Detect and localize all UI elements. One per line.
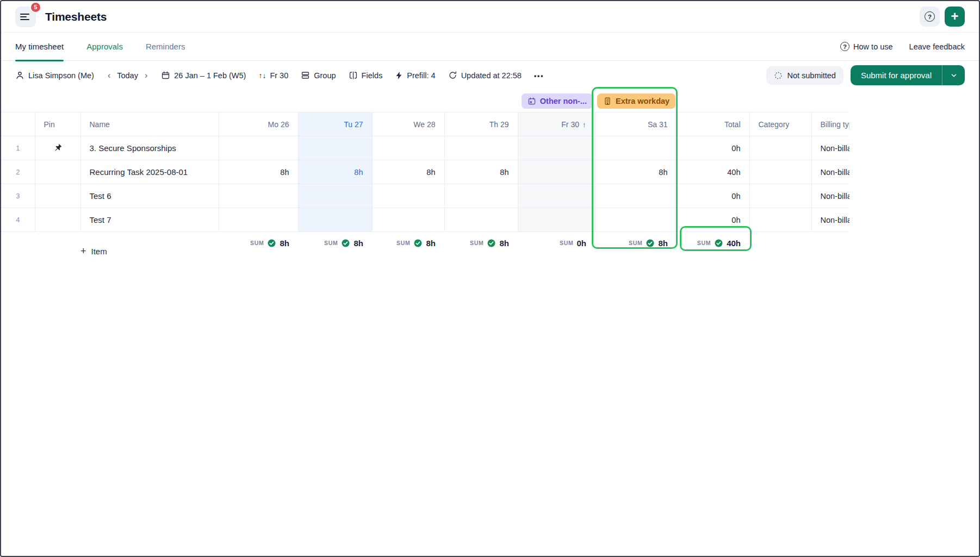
calendar-icon — [161, 71, 170, 80]
question-icon — [925, 11, 935, 22]
hours-cell-we[interactable] — [372, 136, 444, 160]
fields-control[interactable]: Fields — [349, 71, 383, 80]
billing-type-cell[interactable]: Non-billable — [811, 136, 849, 160]
help-button[interactable] — [920, 7, 940, 27]
chevron-down-icon — [950, 72, 958, 79]
user-selector[interactable]: Lisa Simpson (Me) — [15, 71, 94, 80]
date-range-label: 26 Jan – 1 Feb (W5) — [174, 71, 246, 80]
hours-cell-tu[interactable] — [298, 136, 372, 160]
hours-cell-fr[interactable] — [518, 136, 595, 160]
pin-column-header[interactable]: Pin — [35, 112, 80, 136]
hours-cell-tu[interactable] — [298, 208, 372, 232]
timesheets-window: 5 Timesheets My timesheet Approvals Remi… — [0, 0, 980, 557]
table-row: 4 Test 7 0h Non-billable — [1, 208, 849, 232]
category-cell[interactable] — [749, 184, 811, 208]
hours-cell-mo[interactable] — [219, 208, 298, 232]
prev-week-button[interactable] — [107, 71, 111, 80]
row-number: 3 — [1, 184, 35, 208]
check-circle-icon — [487, 239, 496, 248]
billing-type-column-header[interactable]: Billing type — [811, 112, 849, 136]
sum-cell-mo: SUM 8h — [219, 232, 298, 262]
refresh-control[interactable]: Updated at 22:58 — [448, 71, 522, 80]
task-name[interactable]: Recurring Task 2025-08-01 — [80, 160, 219, 184]
task-name[interactable]: Test 6 — [80, 184, 219, 208]
task-name[interactable]: 3. Secure Sponsorships — [80, 136, 219, 160]
tab-reminders[interactable]: Reminders — [146, 33, 185, 61]
add-item-button[interactable]: Item — [80, 246, 107, 257]
date-range-selector[interactable]: 26 Jan – 1 Feb (W5) — [161, 71, 246, 80]
hours-cell-th[interactable] — [444, 208, 518, 232]
hours-cell-tu[interactable] — [298, 184, 372, 208]
hours-cell-mo[interactable] — [219, 136, 298, 160]
name-column-header[interactable]: Name — [80, 112, 219, 136]
sort-control[interactable]: ↑↓ Fr 30 — [258, 71, 288, 80]
sum-cell-sa: SUM 8h — [595, 232, 677, 262]
sum-cell-total: SUM 40h — [677, 232, 749, 262]
category-cell[interactable] — [749, 208, 811, 232]
leave-feedback-link[interactable]: Leave feedback — [909, 42, 965, 51]
hours-cell-fr[interactable] — [518, 208, 595, 232]
day-type-other-badge[interactable]: Other non-... — [522, 93, 593, 109]
hours-cell-we[interactable]: 8h — [372, 160, 444, 184]
hours-cell-fr[interactable] — [518, 160, 595, 184]
prefill-control[interactable]: Prefill: 4 — [395, 71, 435, 80]
hours-cell-sa[interactable] — [595, 208, 677, 232]
billing-type-cell[interactable]: Non-billable — [811, 184, 849, 208]
hours-cell-th[interactable]: 8h — [444, 160, 518, 184]
billing-type-cell[interactable]: Non-billable — [811, 208, 849, 232]
table-row: 3 Test 6 0h Non-billable — [1, 184, 849, 208]
day-type-extra-workday-badge[interactable]: Extra workday — [597, 93, 675, 109]
hours-cell-sa[interactable] — [595, 184, 677, 208]
day-type-strip: Other non-... Extra workday — [1, 90, 979, 112]
day-header-fr30-label: Fr 30 — [561, 120, 579, 129]
pin-cell[interactable] — [35, 208, 80, 232]
dotted-circle-icon — [774, 71, 783, 80]
hours-cell-th[interactable] — [444, 184, 518, 208]
group-control[interactable]: Group — [301, 71, 336, 80]
how-to-use-link[interactable]: How to use — [840, 42, 893, 51]
pin-cell[interactable] — [35, 184, 80, 208]
hours-cell-tu[interactable]: 8h — [298, 160, 372, 184]
group-label: Group — [314, 71, 336, 80]
category-column-header[interactable]: Category — [749, 112, 811, 136]
next-week-button[interactable] — [144, 71, 148, 80]
row-number-header — [1, 112, 35, 136]
row-number: 4 — [1, 208, 35, 232]
hours-cell-th[interactable] — [444, 136, 518, 160]
day-header-we28[interactable]: We 28 — [372, 112, 444, 136]
row-total: 0h — [677, 208, 749, 232]
today-button[interactable]: Today — [117, 71, 138, 80]
submit-for-approval-button[interactable]: Submit for approval — [851, 65, 965, 85]
tab-approvals[interactable]: Approvals — [86, 33, 123, 61]
tab-bar: My timesheet Approvals Reminders How to … — [1, 33, 979, 61]
day-header-tu27[interactable]: Tu 27 — [298, 112, 372, 136]
more-options-button[interactable] — [534, 71, 544, 80]
day-header-th29[interactable]: Th 29 — [444, 112, 518, 136]
billing-type-cell[interactable]: Non-billable — [811, 160, 849, 184]
day-header-sa31[interactable]: Sa 31 — [595, 112, 677, 136]
day-header-fr30-sorted[interactable]: Fr 30 — [518, 112, 595, 136]
hours-cell-fr[interactable] — [518, 184, 595, 208]
hours-cell-we[interactable] — [372, 184, 444, 208]
hours-cell-mo[interactable]: 8h — [219, 160, 298, 184]
total-column-header[interactable]: Total — [677, 112, 749, 136]
status-badge: Not submitted — [766, 66, 843, 85]
tab-my-timesheet[interactable]: My timesheet — [15, 33, 64, 61]
hours-cell-sa[interactable] — [595, 136, 677, 160]
check-circle-icon — [646, 239, 655, 248]
hours-cell-sa[interactable]: 8h — [595, 160, 677, 184]
pin-cell[interactable] — [35, 160, 80, 184]
hours-cell-we[interactable] — [372, 208, 444, 232]
category-cell[interactable] — [749, 136, 811, 160]
page-title: Timesheets — [45, 10, 107, 23]
submit-label[interactable]: Submit for approval — [851, 65, 942, 85]
hours-cell-mo[interactable] — [219, 184, 298, 208]
task-name[interactable]: Test 7 — [80, 208, 219, 232]
bolt-icon — [395, 71, 403, 80]
add-button[interactable] — [945, 7, 965, 27]
calendar-x-icon — [528, 97, 536, 105]
pin-cell[interactable] — [35, 136, 80, 160]
day-header-mo26[interactable]: Mo 26 — [219, 112, 298, 136]
submit-dropdown-button[interactable] — [942, 65, 965, 85]
category-cell[interactable] — [749, 160, 811, 184]
